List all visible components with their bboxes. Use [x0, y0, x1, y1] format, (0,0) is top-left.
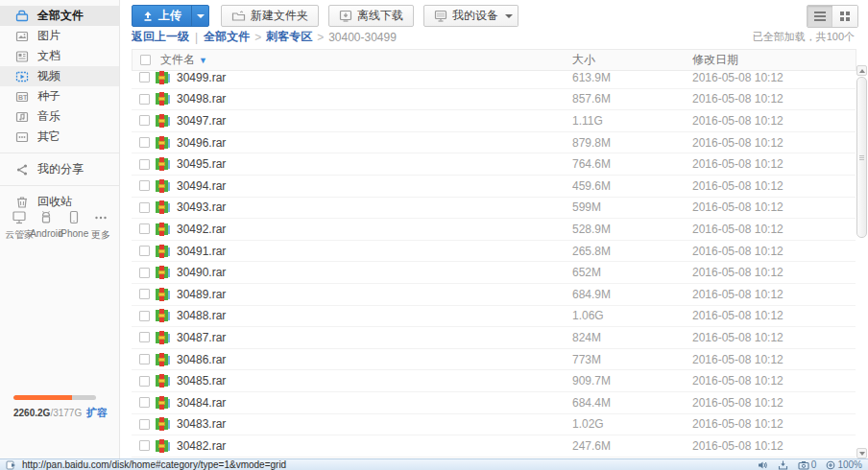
download-manager-icon[interactable]	[778, 460, 788, 470]
row-checkbox[interactable]	[139, 159, 150, 170]
scrollbar-thumb[interactable]	[856, 77, 867, 238]
row-checkbox[interactable]	[139, 246, 150, 256]
file-name-link[interactable]: 30482.rar	[177, 439, 572, 453]
row-checkbox[interactable]	[139, 180, 150, 191]
file-name-link[interactable]: 30499.rar	[177, 71, 572, 84]
file-name-link[interactable]: 30495.rar	[177, 157, 572, 171]
file-size: 684.9M	[572, 288, 692, 301]
table-row[interactable]: 30485.rar 909.7M 2016-05-08 10:12	[132, 370, 856, 392]
row-checkbox[interactable]	[139, 72, 150, 82]
upload-button[interactable]: 上传	[132, 5, 209, 27]
breadcrumb-item-folder[interactable]: 刺客专区	[266, 29, 312, 45]
grid-view-button[interactable]	[832, 6, 857, 27]
zoom-control[interactable]: 100%	[826, 459, 862, 470]
column-header-date[interactable]: 修改日期	[692, 52, 856, 68]
file-name-link[interactable]: 30492.rar	[177, 223, 572, 236]
view-toggle	[807, 5, 858, 28]
sidebar-item-music[interactable]: 音乐	[0, 106, 119, 127]
table-row[interactable]: 30493.rar 599M 2016-05-08 10:12	[132, 198, 856, 220]
table-row[interactable]: 30488.rar 1.06G 2016-05-08 10:12	[132, 306, 856, 328]
row-checkbox[interactable]	[139, 223, 150, 234]
row-checkbox[interactable]	[139, 332, 150, 342]
table-row[interactable]: 30489.rar 684.9M 2016-05-08 10:12	[132, 284, 856, 306]
row-checkbox[interactable]	[139, 115, 150, 126]
list-view-button[interactable]	[808, 6, 832, 27]
images-icon	[14, 29, 30, 44]
table-row[interactable]: 30494.rar 459.6M 2016-05-08 10:12	[132, 176, 856, 198]
file-name-link[interactable]: 30491.rar	[177, 245, 572, 258]
speaker-icon[interactable]	[758, 460, 768, 470]
select-all-checkbox[interactable]	[140, 55, 151, 65]
file-list: 30499.rar 613.9M 2016-05-08 10:12 30498.…	[132, 67, 856, 458]
file-size: 652M	[572, 266, 692, 279]
sort-descending-icon[interactable]: ▼	[199, 56, 207, 65]
file-name-link[interactable]: 30484.rar	[177, 396, 572, 410]
row-checkbox[interactable]	[139, 311, 150, 321]
upload-button-label: 上传	[158, 8, 181, 24]
device-cloud-manager[interactable]: 云管家	[6, 209, 33, 242]
table-row[interactable]: 30490.rar 652M 2016-05-08 10:12	[132, 262, 856, 284]
scroll-down-button[interactable]	[856, 448, 867, 458]
device-android[interactable]: Android	[33, 209, 60, 242]
table-row[interactable]: 30486.rar 773M 2016-05-08 10:12	[132, 349, 856, 371]
file-name-link[interactable]: 30486.rar	[177, 353, 572, 366]
table-row[interactable]: 30487.rar 824M 2016-05-08 10:12	[132, 327, 856, 349]
breadcrumb-back-link[interactable]: 返回上一级	[132, 29, 189, 45]
offline-download-button[interactable]: 离线下载	[328, 5, 414, 27]
table-row[interactable]: 30484.rar 684.4M 2016-05-08 10:12	[132, 392, 856, 414]
row-checkbox[interactable]	[139, 419, 150, 430]
file-name-link[interactable]: 30496.rar	[177, 136, 572, 150]
sidebar-item-all-files[interactable]: 全部文件	[0, 6, 119, 26]
file-name-link[interactable]: 30494.rar	[177, 179, 572, 193]
table-row[interactable]: 30496.rar 879.8M 2016-05-08 10:12	[132, 132, 856, 154]
sidebar-item-other[interactable]: 其它	[0, 127, 119, 147]
list-scrollbar[interactable]	[856, 65, 867, 458]
sidebar-item-documents[interactable]: 文档	[0, 46, 119, 66]
new-folder-button[interactable]: 新建文件夹	[221, 5, 319, 27]
my-devices-dropdown-caret[interactable]	[499, 5, 518, 27]
sidebar-item-images[interactable]: 图片	[0, 26, 119, 46]
sidebar-item-my-shares[interactable]: 我的分享	[0, 159, 119, 179]
upload-dropdown-caret[interactable]	[191, 6, 208, 26]
sidebar-item-videos[interactable]: 视频	[0, 66, 119, 86]
row-checkbox[interactable]	[139, 440, 150, 451]
table-row[interactable]: 30499.rar 613.9M 2016-05-08 10:12	[132, 67, 856, 89]
table-row[interactable]: 30483.rar 1.02G 2016-05-08 10:12	[132, 414, 856, 436]
table-row[interactable]: 30498.rar 857.6M 2016-05-08 10:12	[132, 89, 856, 111]
row-checkbox[interactable]	[139, 137, 150, 148]
expand-storage-link[interactable]: 扩容	[86, 406, 108, 420]
sidebar-divider	[0, 153, 119, 153]
row-checkbox[interactable]	[139, 397, 150, 408]
my-devices-button[interactable]: 我的设备	[423, 5, 509, 27]
rar-file-icon	[155, 178, 170, 194]
row-checkbox[interactable]	[139, 268, 150, 278]
screenshot-icon[interactable]: 0	[798, 459, 817, 470]
row-checkbox[interactable]	[139, 354, 150, 364]
row-checkbox[interactable]	[139, 94, 150, 105]
file-name-link[interactable]: 30493.rar	[177, 200, 572, 214]
breadcrumb-item-root[interactable]: 全部文件	[204, 29, 250, 45]
file-name-link[interactable]: 30488.rar	[177, 309, 572, 322]
scroll-up-button[interactable]	[856, 65, 867, 76]
file-size: 1.06G	[572, 309, 692, 322]
row-checkbox[interactable]	[139, 376, 150, 387]
file-name-link[interactable]: 30485.rar	[177, 374, 572, 388]
device-iphone[interactable]: iPhone	[60, 209, 87, 242]
sidebar-item-bt[interactable]: BT 种子	[0, 86, 119, 106]
file-name-link[interactable]: 30487.rar	[177, 331, 572, 344]
table-row[interactable]: 30491.rar 265.8M 2016-05-08 10:12	[132, 241, 856, 263]
row-checkbox[interactable]	[139, 289, 150, 299]
file-name-link[interactable]: 30497.rar	[177, 114, 572, 128]
column-header-size[interactable]: 大小	[572, 52, 692, 68]
file-name-link[interactable]: 30498.rar	[177, 92, 572, 106]
table-row[interactable]: 30497.rar 1.11G 2016-05-08 10:12	[132, 110, 856, 132]
device-more[interactable]: 更多	[87, 209, 114, 242]
table-row[interactable]: 30495.rar 764.6M 2016-05-08 10:12	[132, 153, 856, 176]
row-checkbox[interactable]	[139, 202, 150, 213]
table-row[interactable]: 30492.rar 528.9M 2016-05-08 10:12	[132, 219, 856, 241]
file-name-link[interactable]: 30490.rar	[177, 266, 572, 279]
column-header-name[interactable]: 文件名 ▼	[160, 52, 572, 68]
table-row[interactable]: 30482.rar 247.6M 2016-05-08 10:12	[132, 435, 856, 458]
file-name-link[interactable]: 30489.rar	[177, 288, 572, 301]
file-name-link[interactable]: 30483.rar	[177, 417, 572, 431]
